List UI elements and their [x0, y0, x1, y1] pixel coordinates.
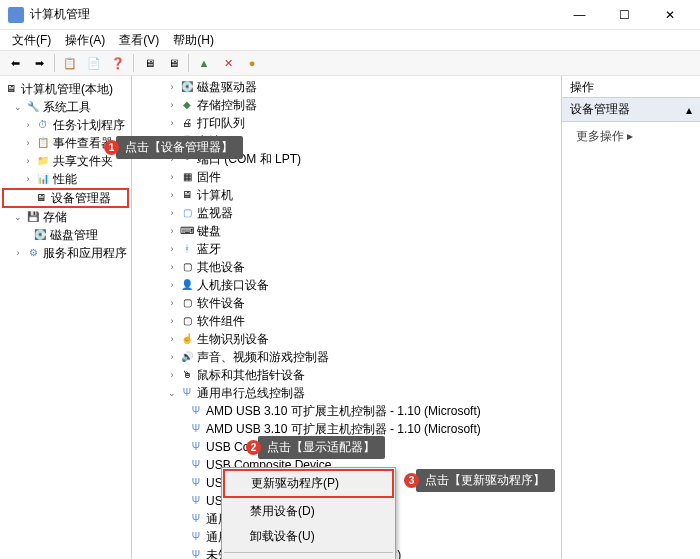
- dev-soft-devices[interactable]: ›▢软件设备: [132, 294, 561, 312]
- dev-print-queue[interactable]: ›🖨打印队列: [132, 114, 561, 132]
- dev-audio-video-game[interactable]: ›🔊声音、视频和游戏控制器: [132, 348, 561, 366]
- callout-3: 3 点击【更新驱动程序】: [416, 469, 555, 492]
- tool-button-5[interactable]: 🖥: [162, 52, 184, 74]
- dev-storage-ctrl[interactable]: ›◆存储控制器: [132, 96, 561, 114]
- dev-usb-item[interactable]: ΨAMD USB 3.10 可扩展主机控制器 - 1.10 (Microsoft…: [132, 402, 561, 420]
- dev-hid[interactable]: ›👤人机接口设备: [132, 276, 561, 294]
- tool-button-8[interactable]: ●: [241, 52, 263, 74]
- actions-panel: 操作 设备管理器 ▴ 更多操作 ▸: [562, 76, 700, 559]
- tree-storage[interactable]: ⌄💾存储: [2, 208, 129, 226]
- tool-button-2[interactable]: 📄: [83, 52, 105, 74]
- window-title: 计算机管理: [30, 6, 90, 23]
- ctx-uninstall[interactable]: 卸载设备(U): [222, 524, 395, 549]
- dev-computer[interactable]: ›🖥计算机: [132, 186, 561, 204]
- menu-help[interactable]: 帮助(H): [167, 30, 220, 51]
- tree-task-sched[interactable]: ›⏱任务计划程序: [2, 116, 129, 134]
- dev-mouse[interactable]: ›🖱鼠标和其他指针设备: [132, 366, 561, 384]
- tool-button-7[interactable]: ✕: [217, 52, 239, 74]
- tree-perf[interactable]: ›📊性能: [2, 170, 129, 188]
- tree-disk-mgmt[interactable]: 💽磁盘管理: [2, 226, 129, 244]
- dev-firmware[interactable]: ›▦固件: [132, 168, 561, 186]
- tool-button-1[interactable]: 📋: [59, 52, 81, 74]
- ctx-disable[interactable]: 禁用设备(D): [222, 499, 395, 524]
- dev-soft-components[interactable]: ›▢软件组件: [132, 312, 561, 330]
- actions-section-label: 设备管理器: [570, 101, 630, 118]
- ctx-update-driver[interactable]: 更新驱动程序(P): [223, 469, 394, 498]
- dev-keyboard[interactable]: ›⌨键盘: [132, 222, 561, 240]
- callout-num-2: 2: [246, 440, 261, 455]
- callout-text-1: 点击【设备管理器】: [125, 139, 233, 156]
- tree-services[interactable]: ›⚙服务和应用程序: [2, 244, 129, 262]
- context-menu: 更新驱动程序(P) 禁用设备(D) 卸载设备(U) 扫描检测硬件改动(A) 属性…: [221, 467, 396, 559]
- callout-num-3: 3: [404, 473, 419, 488]
- dev-other[interactable]: ›▢其他设备: [132, 258, 561, 276]
- app-icon: [8, 7, 24, 23]
- callout-1: 1 点击【设备管理器】: [116, 136, 243, 159]
- titlebar: 计算机管理 — ☐ ✕: [0, 0, 700, 30]
- menu-action[interactable]: 操作(A): [59, 30, 111, 51]
- dev-monitor[interactable]: ›▢监视器: [132, 204, 561, 222]
- minimize-button[interactable]: —: [557, 0, 602, 30]
- callout-num-1: 1: [104, 140, 119, 155]
- toolbar: ⬅ ➡ 📋 📄 ❓ 🖥 🖥 ▲ ✕ ●: [0, 50, 700, 76]
- callout-text-3: 点击【更新驱动程序】: [425, 472, 545, 489]
- dev-disk-drives[interactable]: ›💽磁盘驱动器: [132, 78, 561, 96]
- menubar: 文件(F) 操作(A) 查看(V) 帮助(H): [0, 30, 700, 50]
- more-actions[interactable]: 更多操作 ▸: [562, 122, 700, 151]
- callout-2: 2 点击【显示适配器】: [258, 436, 385, 459]
- tree-root[interactable]: 🖥计算机管理(本地): [2, 80, 129, 98]
- chevron-right-icon: ▸: [627, 129, 633, 143]
- maximize-button[interactable]: ☐: [602, 0, 647, 30]
- ctx-separator: [224, 552, 393, 553]
- dev-bluetooth[interactable]: ›ᚼ蓝牙: [132, 240, 561, 258]
- dev-biometric[interactable]: ›☝生物识别设备: [132, 330, 561, 348]
- tool-button-3[interactable]: ❓: [107, 52, 129, 74]
- dev-usb-ctrl[interactable]: ⌄Ψ通用串行总线控制器: [132, 384, 561, 402]
- tree-sys-tools[interactable]: ⌄🔧系统工具: [2, 98, 129, 116]
- callout-text-2: 点击【显示适配器】: [267, 439, 375, 456]
- collapse-icon[interactable]: ▴: [686, 103, 692, 117]
- menu-file[interactable]: 文件(F): [6, 30, 57, 51]
- tool-button-4[interactable]: 🖥: [138, 52, 160, 74]
- nav-back-button[interactable]: ⬅: [4, 52, 26, 74]
- nav-fwd-button[interactable]: ➡: [28, 52, 50, 74]
- tool-button-6[interactable]: ▲: [193, 52, 215, 74]
- menu-view[interactable]: 查看(V): [113, 30, 165, 51]
- close-button[interactable]: ✕: [647, 0, 692, 30]
- actions-section[interactable]: 设备管理器 ▴: [562, 98, 700, 122]
- tree-device-manager[interactable]: 🖥设备管理器: [2, 188, 129, 208]
- actions-header: 操作: [562, 76, 700, 98]
